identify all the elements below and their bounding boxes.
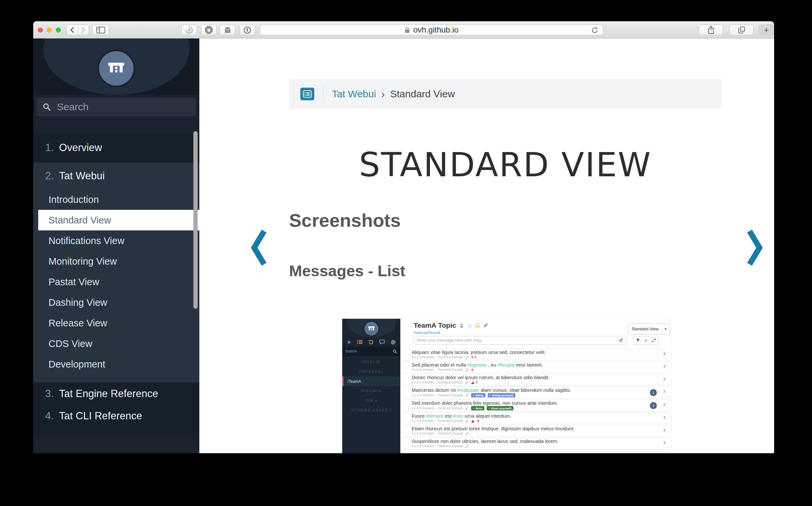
next-page-arrow[interactable] [747, 229, 763, 268]
message-row: Sed interdum dolor pharetra felis egesta… [402, 400, 669, 411]
sidebar-scrollbar[interactable] [193, 131, 198, 309]
message-row: Aliquam vitae ligula lacinia, pretium ur… [402, 349, 669, 360]
sidebar-item-cds-view[interactable]: CDS View [33, 333, 199, 354]
message-list: Aliquam vitae ligula lacinia, pretium ur… [402, 349, 669, 449]
close-window-button[interactable] [38, 27, 43, 32]
section-label: Overview [59, 142, 102, 154]
minimize-window-button[interactable] [47, 27, 52, 32]
search-input[interactable] [56, 101, 190, 113]
sidebar-item-dashing-view[interactable]: Dashing View [33, 292, 199, 313]
label-pill: doing [471, 393, 486, 398]
link-icon [465, 356, 469, 359]
sidebar-toggle-icon [96, 26, 105, 33]
reply-count-badge: 1 [650, 389, 657, 396]
new-tab-button[interactable]: + [758, 24, 774, 35]
hashtag: #nec [453, 413, 463, 419]
breadcrumb-separator-icon: › [381, 88, 385, 100]
address-bar[interactable]: ovh.github.io [260, 24, 603, 35]
sidebar-item-tat-engine-reference[interactable]: 3. Tat Engine Reference [33, 383, 199, 405]
tabs-icon [738, 26, 746, 34]
help-extension-button[interactable]: ? [181, 24, 197, 35]
reaction-count: 2 [474, 355, 476, 359]
message-meta: il y a 5 minutes – Yvonnick Esnault [412, 355, 463, 359]
section-number: 3. [45, 388, 54, 400]
share-button[interactable] [699, 24, 723, 35]
chevron-right-icon: › [663, 426, 665, 434]
page-title: STANDARD VIEW [289, 147, 722, 183]
section-number: 1. [45, 142, 54, 154]
onepassword-extension-button[interactable] [239, 24, 255, 35]
chevron-left-icon [251, 229, 267, 266]
favorites-icon: ★ [347, 339, 352, 345]
url-text: ovh.github.io [413, 25, 458, 34]
sidebar-item-development[interactable]: Development [33, 354, 199, 374]
chevron-right-icon: › [663, 349, 665, 358]
svg-text:?: ? [188, 27, 191, 32]
tat-logo[interactable] [98, 50, 135, 87]
screenshots-heading: Screenshots [289, 209, 401, 231]
filter-funnel-icon [636, 338, 640, 342]
screenshot-stage: ? [0, 0, 812, 506]
user-icon [459, 323, 464, 328]
link-icon [465, 444, 469, 448]
forward-button[interactable] [78, 25, 89, 35]
send-icon [618, 338, 623, 343]
sidebar-item-pastat-view[interactable]: Pastat View [33, 272, 199, 292]
doc-sidebar: 1. Overview 2. Tat Webui Introduction St… [33, 38, 199, 453]
ghostery-extension-button[interactable] [220, 24, 235, 35]
expand-icon [652, 338, 656, 342]
sidebar-search[interactable] [36, 98, 196, 116]
sidebar-item-tat-webui[interactable]: 2. Tat Webui [33, 163, 199, 189]
zoom-window-button[interactable] [56, 27, 61, 32]
breadcrumb-section-link[interactable]: Tat Webui [332, 88, 376, 100]
sidebar-item-introduction[interactable]: Introduction [33, 189, 199, 210]
link-icon [465, 381, 469, 385]
toc-button[interactable] [300, 88, 314, 100]
reload-button[interactable] [591, 26, 599, 36]
previous-page-arrow[interactable] [251, 229, 267, 268]
show-all-tabs-button[interactable] [729, 24, 753, 35]
message-text: Etiam rhoncus est pretium tortor tristiq… [412, 426, 646, 431]
messages-list-heading: Messages - List [289, 262, 405, 280]
topic-private: /PRIVATE [342, 386, 400, 396]
topics-list-icon [357, 340, 363, 344]
lock-icon [404, 26, 410, 33]
sidebar-item-release-view[interactable]: Release View [33, 313, 199, 333]
help-swirl-icon: ? [185, 26, 193, 34]
standard-view-screenshot: ★ [342, 319, 671, 453]
heart-icon: ♥ [471, 355, 473, 359]
content-blocker-extension-button[interactable] [201, 24, 217, 35]
chevron-right-icon: › [663, 374, 665, 383]
reload-icon [591, 26, 599, 34]
ghost-icon [224, 26, 231, 34]
message-row: Suspendisse non dolor ultricies, laoreet… [402, 438, 669, 449]
history-nav-group [66, 24, 89, 35]
topic-title: TeamA Topic [414, 321, 456, 329]
settings-gear-icon [390, 339, 396, 345]
composer-tools: ▾ [633, 336, 659, 345]
sidebar-toggle-button[interactable] [92, 24, 109, 35]
sidebar-item-overview[interactable]: 1. Overview [33, 133, 199, 163]
app-sidebar-icons: ★ [342, 339, 400, 345]
section-label: Tat Engine Reference [59, 388, 158, 400]
message-row: Sed placerat odio et nulla #egestas , eu… [402, 361, 669, 373]
topic-teama: /TeamA [342, 376, 400, 386]
back-button[interactable] [67, 25, 78, 35]
share-icon [707, 25, 715, 34]
favorite-topic-icon: ☆ [467, 323, 472, 328]
sidebar-item-monitoring-view[interactable]: Monitoring View [33, 251, 199, 272]
message-meta: il y a 5 minutes – Yvonnick Esnault [412, 381, 463, 385]
browser-toolbar[interactable]: ? [33, 21, 774, 38]
sidebar-item-notifications-view[interactable]: Notifications View [33, 231, 199, 251]
label-pill: done:yesnault [487, 406, 513, 410]
chevron-right-icon: › [663, 438, 665, 447]
message-text: Aliquam vitae ligula lacinia, pretium ur… [412, 350, 646, 355]
section-number: 2. [45, 170, 54, 182]
chevron-right-icon: › [663, 413, 665, 422]
message-text: Maecenas dictum mi #vulputate diam cursu… [412, 388, 646, 393]
sidebar-item-standard-view[interactable]: Standard View [38, 210, 199, 231]
message-text: Donec rhoncus dolor vel ipsum rutrum, at… [412, 375, 646, 380]
section-number: 4. [45, 410, 54, 422]
notifications-bell-icon [475, 323, 480, 328]
sidebar-item-tat-cli-reference[interactable]: 4. Tat CLI Reference [33, 405, 199, 427]
